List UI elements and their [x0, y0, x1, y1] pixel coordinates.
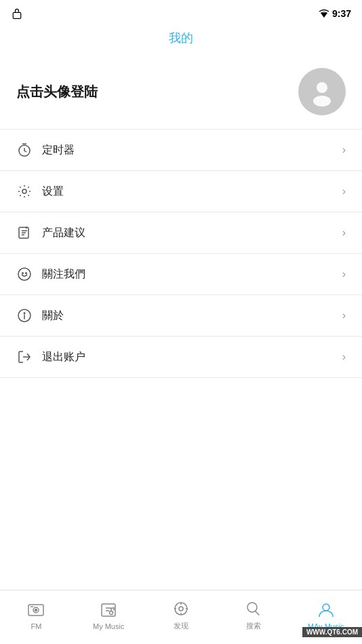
menu-item-about[interactable]: 關於 › — [0, 295, 362, 337]
menu-item-settings[interactable]: 设置 › — [0, 171, 362, 212]
nav-item-search[interactable]: 搜索 — [217, 590, 289, 644]
svg-point-21 — [323, 604, 329, 611]
menu-label-follow: 關注我們 — [42, 267, 342, 282]
nav-label-fm: FM — [31, 622, 41, 630]
feedback-icon — [16, 225, 33, 241]
mymusic-icon — [99, 601, 118, 620]
search-icon — [244, 599, 263, 618]
nav-item-discover[interactable]: 发现 — [145, 590, 218, 644]
login-prompt: 点击头像登陆 — [16, 83, 98, 101]
svg-rect-0 — [13, 12, 20, 18]
settings-icon — [16, 183, 33, 200]
svg-point-7 — [18, 268, 31, 280]
arrow-icon-feedback: › — [342, 227, 346, 239]
wifi-icon — [319, 9, 329, 18]
svg-marker-1 — [321, 13, 327, 18]
svg-point-8 — [22, 273, 24, 274]
menu-item-logout[interactable]: 退出账户 › — [0, 337, 362, 378]
svg-point-19 — [179, 607, 183, 611]
arrow-icon-settings: › — [342, 185, 346, 197]
status-right: 9:37 — [319, 8, 351, 19]
time-display: 9:37 — [332, 8, 351, 19]
nav-label-search: 搜索 — [246, 621, 261, 631]
discover-icon — [172, 599, 190, 618]
arrow-icon-follow: › — [342, 268, 346, 280]
profile-nav-icon — [317, 601, 336, 620]
follow-icon — [16, 266, 33, 282]
menu-item-feedback[interactable]: 产品建议 › — [0, 212, 362, 254]
svg-rect-16 — [102, 604, 115, 616]
arrow-icon-about: › — [342, 309, 346, 322]
fm-icon — [26, 601, 45, 620]
svg-point-5 — [22, 189, 26, 193]
menu-label-settings: 设置 — [42, 185, 342, 199]
menu-item-timer[interactable]: 定时器 › — [0, 129, 362, 171]
avatar[interactable] — [298, 68, 346, 115]
arrow-icon-logout: › — [342, 351, 346, 363]
nav-item-fm[interactable]: FM — [0, 590, 73, 644]
page-header: 我的 — [0, 24, 362, 54]
svg-point-2 — [317, 82, 327, 93]
menu-item-follow[interactable]: 關注我們 › — [0, 254, 362, 295]
nav-label-discover: 发现 — [174, 621, 188, 631]
menu-label-logout: 退出账户 — [42, 350, 342, 364]
svg-point-11 — [24, 313, 25, 314]
svg-point-17 — [110, 611, 113, 614]
lock-icon — [11, 7, 23, 20]
page-title: 我的 — [169, 31, 193, 45]
svg-point-9 — [26, 273, 27, 274]
status-bar: 9:37 — [0, 0, 362, 24]
menu-label-timer: 定时器 — [42, 143, 342, 157]
menu-list: 定时器 › 设置 › 产品建议 › — [0, 129, 362, 590]
profile-section[interactable]: 点击头像登陆 — [0, 54, 362, 129]
timer-icon — [16, 142, 33, 158]
nav-label-mymusic: My Music — [93, 622, 124, 630]
watermark: WWW.QT6.COM — [302, 627, 362, 637]
about-icon — [16, 307, 33, 324]
arrow-icon-timer: › — [342, 144, 346, 156]
svg-point-14 — [35, 609, 37, 611]
menu-label-about: 關於 — [42, 309, 342, 323]
svg-point-3 — [313, 96, 331, 107]
menu-label-feedback: 产品建议 — [42, 226, 342, 240]
svg-point-20 — [247, 603, 257, 612]
status-left — [11, 7, 23, 20]
avatar-icon — [307, 77, 337, 107]
nav-item-mymusic[interactable]: My Music — [73, 590, 145, 644]
logout-icon — [16, 349, 33, 365]
